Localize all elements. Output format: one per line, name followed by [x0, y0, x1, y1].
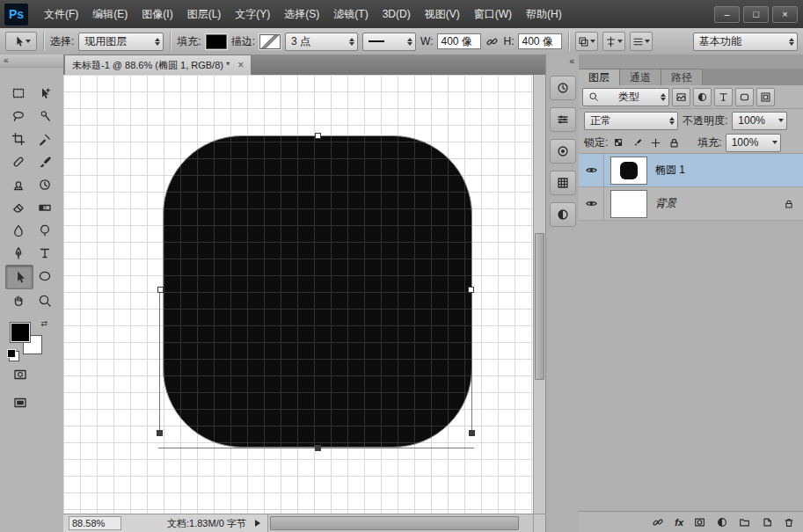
- menu-image[interactable]: 图像(I): [135, 0, 179, 28]
- minimize-button[interactable]: –: [714, 6, 740, 23]
- filter-type-layers-button[interactable]: [714, 88, 733, 106]
- horizontal-scrollbar-thumb[interactable]: [270, 516, 519, 530]
- opacity-dropdown[interactable]: 100%: [732, 112, 787, 130]
- transform-handle-left-middle[interactable]: [157, 287, 164, 293]
- new-group-button[interactable]: [738, 516, 751, 528]
- swatches-panel-button[interactable]: [550, 171, 576, 195]
- rectangular-marquee-tool[interactable]: [5, 82, 32, 105]
- tab-layers[interactable]: 图层: [579, 69, 620, 85]
- new-adjustment-layer-button[interactable]: [716, 516, 728, 528]
- color-panel-button[interactable]: [550, 139, 576, 164]
- transform-handle-bottom-left[interactable]: [157, 430, 163, 436]
- eyedropper-tool[interactable]: [32, 128, 58, 150]
- tab-channels[interactable]: 通道: [620, 69, 661, 85]
- visibility-toggle[interactable]: [579, 154, 604, 186]
- status-popup-arrow-icon[interactable]: [255, 520, 260, 527]
- foreground-color-swatch[interactable]: [11, 323, 30, 342]
- menu-file[interactable]: 文件(F): [37, 0, 85, 28]
- stroke-color-swatch[interactable]: [259, 34, 281, 49]
- path-operations-button[interactable]: [575, 32, 598, 51]
- visibility-toggle[interactable]: [579, 187, 604, 220]
- layer-filter-type-dropdown[interactable]: 类型: [582, 88, 669, 106]
- screen-mode-button[interactable]: [9, 393, 32, 412]
- transform-handle-bottom-center[interactable]: [315, 445, 321, 451]
- menu-window[interactable]: 窗口(W): [467, 0, 519, 28]
- filter-pixel-layers-button[interactable]: [672, 88, 690, 106]
- ellipse-shape-tool[interactable]: [32, 265, 58, 288]
- delete-layer-button[interactable]: [783, 516, 795, 528]
- properties-panel-button[interactable]: [550, 107, 576, 132]
- layer-name[interactable]: 背景: [655, 196, 676, 211]
- fill-opacity-dropdown[interactable]: 100%: [726, 134, 781, 152]
- new-layer-button[interactable]: [761, 516, 773, 528]
- lasso-tool[interactable]: [5, 105, 32, 128]
- filter-smart-objects-button[interactable]: [756, 88, 775, 106]
- blur-tool[interactable]: [5, 219, 32, 242]
- shape-height-input[interactable]: 400 像: [518, 33, 562, 49]
- workspace-dropdown[interactable]: 基本功能: [693, 33, 798, 51]
- add-layer-mask-button[interactable]: [693, 516, 706, 528]
- shape-width-input[interactable]: 400 像: [437, 33, 481, 49]
- ellipse-shape-object[interactable]: [163, 135, 472, 448]
- zoom-tool[interactable]: [32, 289, 58, 312]
- gradient-tool[interactable]: [32, 196, 58, 219]
- menu-3d[interactable]: 3D(D): [376, 0, 418, 28]
- brush-tool[interactable]: [32, 150, 58, 173]
- filter-adjustment-layers-button[interactable]: [693, 88, 712, 106]
- blend-mode-dropdown[interactable]: 正常: [584, 112, 678, 130]
- tab-close-icon[interactable]: ×: [237, 61, 244, 69]
- menu-view[interactable]: 视图(V): [418, 0, 467, 28]
- menu-filter[interactable]: 滤镜(T): [326, 0, 375, 28]
- link-dimensions-button[interactable]: [485, 35, 499, 48]
- path-alignment-button[interactable]: [602, 32, 625, 51]
- stroke-width-dropdown[interactable]: 3 点: [285, 33, 358, 51]
- close-button[interactable]: ×: [772, 6, 798, 23]
- eraser-tool[interactable]: [5, 196, 32, 219]
- layer-row-background[interactable]: 背景: [579, 187, 803, 221]
- move-tool[interactable]: [32, 82, 58, 105]
- transform-handle-top-center[interactable]: [315, 133, 321, 139]
- lock-all-button[interactable]: [667, 135, 682, 150]
- pen-tool[interactable]: [5, 242, 32, 265]
- filter-shape-layers-button[interactable]: [735, 88, 754, 106]
- menu-edit[interactable]: 编辑(E): [85, 0, 135, 28]
- swap-colors-icon[interactable]: ⇄: [40, 319, 47, 328]
- lock-pixels-button[interactable]: [630, 135, 645, 150]
- spot-healing-brush-tool[interactable]: [5, 150, 32, 173]
- vertical-scrollbar[interactable]: [533, 75, 545, 514]
- layer-row-ellipse[interactable]: 椭圆 1: [579, 154, 803, 187]
- crop-tool[interactable]: [5, 128, 32, 150]
- tool-preset-button[interactable]: [5, 32, 37, 51]
- lock-transparency-button[interactable]: [611, 135, 626, 150]
- hand-tool[interactable]: [5, 289, 32, 312]
- path-arrangement-button[interactable]: [630, 32, 653, 51]
- path-selection-tool[interactable]: [5, 265, 33, 289]
- quick-mask-button[interactable]: [9, 365, 32, 384]
- layer-thumbnail[interactable]: [610, 157, 647, 185]
- history-panel-button[interactable]: [550, 76, 576, 100]
- default-colors-icon[interactable]: [7, 349, 16, 358]
- restore-button[interactable]: □: [743, 6, 769, 23]
- menu-type[interactable]: 文字(Y): [228, 0, 277, 28]
- zoom-level-input[interactable]: 88.58%: [69, 516, 121, 530]
- menu-layer[interactable]: 图层(L): [180, 0, 229, 28]
- horizontal-scrollbar[interactable]: [267, 514, 533, 532]
- menu-help[interactable]: 帮助(H): [519, 0, 569, 28]
- collapse-tools-button[interactable]: «: [0, 55, 63, 68]
- history-brush-tool[interactable]: [32, 173, 58, 196]
- document-tab[interactable]: 未标题-1 @ 88.6% (椭圆 1, RGB/8) * ×: [64, 55, 252, 75]
- collapse-panels-button[interactable]: «: [546, 55, 580, 69]
- lock-position-button[interactable]: [648, 135, 663, 150]
- fill-color-swatch[interactable]: [206, 34, 227, 49]
- layer-style-button[interactable]: fx: [675, 517, 683, 528]
- canvas[interactable]: [63, 75, 545, 514]
- tab-paths[interactable]: 路径: [661, 69, 703, 85]
- stroke-type-dropdown[interactable]: [362, 33, 416, 51]
- select-mode-dropdown[interactable]: 现用图层: [78, 33, 164, 51]
- menu-select[interactable]: 选择(S): [277, 0, 326, 28]
- layer-thumbnail[interactable]: [610, 190, 647, 218]
- transform-handle-right-middle[interactable]: [468, 287, 474, 293]
- dodge-tool[interactable]: [32, 219, 58, 242]
- vertical-scrollbar-thumb[interactable]: [535, 233, 544, 380]
- layer-name[interactable]: 椭圆 1: [655, 163, 685, 178]
